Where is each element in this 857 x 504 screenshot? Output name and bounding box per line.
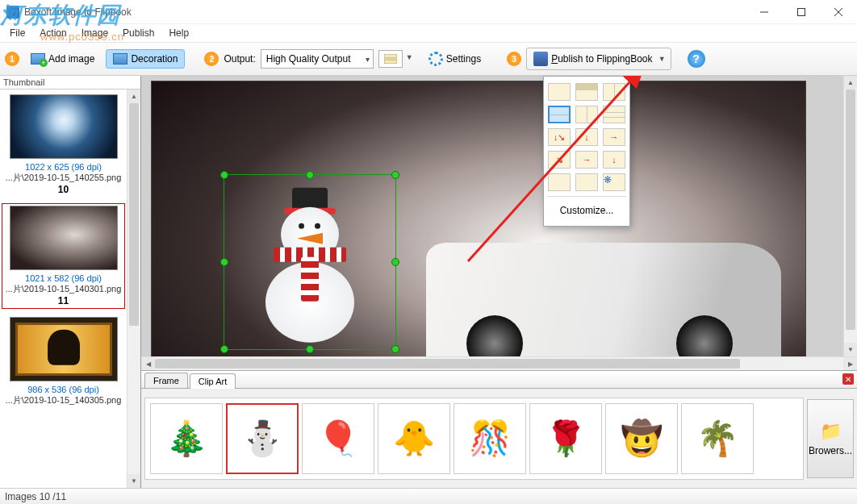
close-icon [834, 8, 842, 16]
layout-icon [384, 54, 397, 64]
main-area: Thumbnail 1022 x 625 (96 dpi) ...片\2019-… [0, 76, 857, 488]
menu-action[interactable]: Action [33, 26, 73, 40]
decoration-icon [113, 53, 128, 65]
scroll-down-button[interactable]: ▼ [128, 474, 140, 488]
add-image-label: Add image [48, 53, 94, 65]
canvas-viewport[interactable]: ↓↘ ↓ → ↘ → ↓ ❋ Customize... [141, 76, 843, 356]
thumbnail-scrollbar[interactable]: ▲ ▼ [127, 90, 140, 488]
clipart-item-rose[interactable]: 🌹 [529, 403, 602, 474]
resize-handle-nw[interactable] [220, 171, 228, 179]
svg-rect-1 [798, 8, 805, 15]
thumbnail-image [10, 94, 118, 159]
layout-option[interactable]: → [575, 151, 598, 169]
clipart-item-snowman[interactable]: ⛄ [226, 403, 299, 474]
layout-option[interactable]: → [603, 128, 625, 146]
layout-option[interactable]: ↓ [603, 151, 625, 169]
maximize-button[interactable] [783, 0, 820, 24]
clipart-item-hat[interactable]: 🤠 [605, 403, 678, 474]
layout-option[interactable]: ↓↘ [548, 128, 571, 146]
publish-button[interactable]: Publish to FlippingBook ▼ [526, 48, 671, 70]
scroll-up-button[interactable]: ▲ [844, 76, 857, 90]
thumbnail-dims: 986 x 536 (96 dpi) [3, 385, 123, 394]
canvas-scrollbar-h[interactable]: ◀ ▶ [141, 356, 857, 370]
scroll-right-button[interactable]: ▶ [843, 357, 857, 370]
selection-box[interactable] [224, 174, 396, 350]
publish-label: Publish to FlippingBook [551, 53, 652, 65]
menu-help[interactable]: Help [162, 26, 195, 40]
add-image-icon [31, 53, 45, 65]
clipart-browser-button[interactable]: 📁 Browers... [807, 399, 854, 478]
thumbnail-item[interactable]: 1022 x 625 (96 dpi) ...片\2019-10-15_1402… [2, 93, 125, 197]
title-bar: Boxoft Image to Flipbook [0, 0, 857, 24]
step-3-badge: 3 [507, 52, 521, 66]
canvas-scrollbar-v[interactable]: ▲ ▼ [843, 76, 857, 356]
scroll-down-button[interactable]: ▼ [844, 343, 857, 356]
scroll-thumb[interactable] [846, 90, 855, 330]
thumbnail-item[interactable]: 986 x 536 (96 dpi) ...片\2019-10-15_14030… [2, 315, 125, 408]
output-select[interactable]: High Quality Output [261, 49, 374, 69]
thumbnail-number: 10 [3, 184, 123, 195]
layout-option[interactable]: ↘ [548, 151, 571, 169]
scroll-left-button[interactable]: ◀ [141, 357, 155, 370]
step-1-badge: 1 [5, 52, 19, 66]
layout-option[interactable] [575, 106, 598, 123]
layout-option[interactable] [603, 106, 625, 123]
resize-handle-se[interactable] [391, 345, 399, 353]
scroll-thumb[interactable] [129, 103, 139, 326]
resize-handle-e[interactable] [391, 258, 399, 266]
close-panel-button[interactable]: ✕ [842, 373, 854, 385]
clipart-item-balloons-multi[interactable]: 🎊 [454, 403, 526, 474]
resize-handle-s[interactable] [306, 345, 314, 353]
minimize-button[interactable] [746, 0, 783, 24]
folder-icon: 📁 [820, 421, 842, 442]
scroll-up-button[interactable]: ▲ [128, 90, 140, 103]
thumbnail-item[interactable]: 1021 x 582 (96 dpi) ...片\2019-10-15_1403… [2, 203, 125, 309]
thumbnail-image [10, 206, 118, 270]
clipart-item-palm[interactable]: 🌴 [681, 403, 754, 474]
svg-rect-5 [384, 60, 397, 64]
resize-handle-ne[interactable] [391, 171, 399, 179]
menu-image[interactable]: Image [75, 26, 115, 40]
close-button[interactable] [820, 0, 857, 24]
resize-handle-w[interactable] [220, 258, 228, 266]
help-button[interactable]: ? [688, 50, 705, 68]
menu-bar: File Action Image Publish Help [0, 24, 857, 42]
settings-button[interactable]: Settings [422, 48, 487, 69]
menu-publish[interactable]: Publish [116, 26, 161, 40]
thumbnail-filename: ...片\2019-10-15_140301.png [4, 283, 123, 295]
decoration-button[interactable]: Decoration [106, 49, 185, 69]
thumbnail-filename: ...片\2019-10-15_140305.png [3, 394, 123, 406]
clipart-item-tree[interactable]: 🎄 [150, 403, 223, 474]
clipart-snowman[interactable] [249, 188, 370, 343]
menu-file[interactable]: File [3, 26, 31, 40]
tab-clipart[interactable]: Clip Art [190, 373, 236, 389]
layout-popup: ↓↘ ↓ → ↘ → ↓ ❋ Customize... [543, 76, 630, 227]
layout-button[interactable]: ▼ [378, 50, 403, 68]
layout-option[interactable] [575, 83, 598, 101]
thumbnail-header: Thumbnail [0, 76, 140, 90]
clipart-scroll[interactable]: 🎄 ⛄ 🎈 🐥 🎊 🌹 🤠 🌴 [144, 398, 804, 480]
window-controls [746, 0, 857, 24]
layout-customize[interactable]: Customize... [549, 202, 625, 219]
browser-label: Browers... [809, 445, 852, 456]
resize-handle-sw[interactable] [220, 345, 228, 353]
thumbnail-dims: 1021 x 582 (96 dpi) [4, 273, 123, 283]
layout-option[interactable] [548, 173, 571, 191]
thumbnail-list[interactable]: 1022 x 625 (96 dpi) ...片\2019-10-15_1402… [0, 90, 127, 488]
thumbnail-filename: ...片\2019-10-15_140255.png [3, 172, 123, 184]
layout-option[interactable]: ↓ [575, 128, 598, 146]
clipart-item-chick[interactable]: 🐥 [378, 403, 450, 474]
scroll-thumb[interactable] [155, 359, 740, 369]
resize-handle-n[interactable] [306, 171, 314, 179]
layout-settings[interactable]: ❋ [603, 173, 625, 191]
add-image-button[interactable]: Add image [24, 50, 101, 68]
layout-option-selected[interactable] [548, 106, 571, 123]
bottom-tabs-panel: Frame Clip Art ✕ 🎄 ⛄ 🎈 🐥 🎊 🌹 🤠 🌴 📁 [141, 370, 857, 488]
layout-option[interactable] [575, 173, 598, 191]
clipart-item-balloons[interactable]: 🎈 [302, 403, 374, 474]
layout-option[interactable] [548, 83, 571, 101]
layout-option[interactable] [603, 83, 625, 101]
tab-frame[interactable]: Frame [144, 373, 188, 388]
gear-icon [428, 52, 443, 66]
chevron-down-icon: ▼ [658, 55, 666, 63]
